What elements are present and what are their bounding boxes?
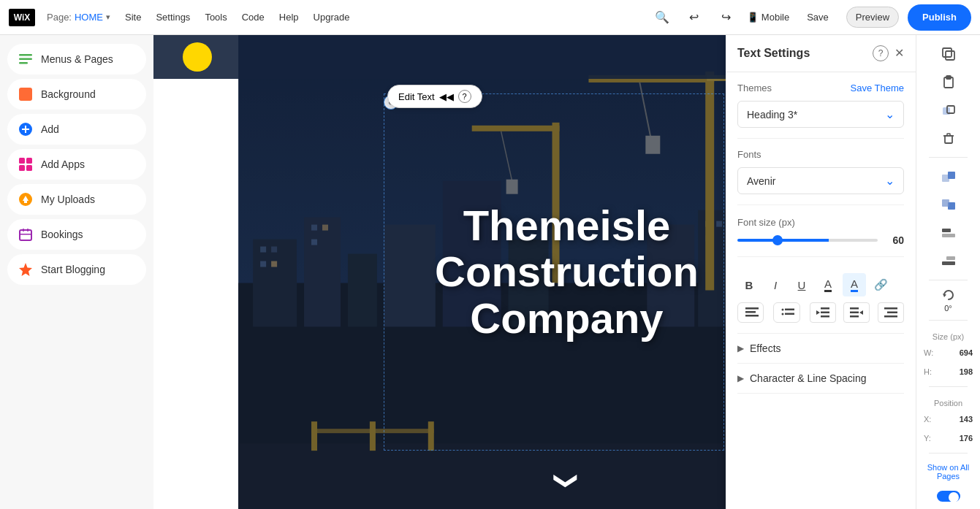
divider-2: [929, 280, 967, 280]
nav-help[interactable]: Help: [279, 12, 299, 23]
delete-button[interactable]: [934, 126, 963, 150]
nav-tools[interactable]: Tools: [205, 12, 227, 23]
svg-rect-68: [850, 307, 859, 310]
font-value: Avenir: [747, 175, 775, 187]
show-all-pages-button[interactable]: Show on All Pages: [916, 460, 980, 483]
save-button[interactable]: Save: [798, 7, 837, 27]
svg-rect-15: [23, 229, 24, 231]
bring-forward-button[interactable]: [934, 165, 963, 188]
sidebar-item-add[interactable]: Add: [7, 114, 146, 145]
underline-button[interactable]: U: [790, 273, 813, 296]
font-size-slider[interactable]: [737, 239, 878, 242]
edit-icon: ◀◀: [439, 91, 454, 102]
sidebar-item-label: Background: [41, 88, 96, 100]
fonts-section: Fonts Avenir ⌄: [737, 139, 904, 205]
text-direction-button[interactable]: [878, 302, 904, 323]
panel-close-button[interactable]: ✕: [894, 47, 904, 59]
divider-4: [929, 386, 967, 387]
y-label: Y:: [924, 434, 931, 443]
search-icon[interactable]: 🔍: [650, 6, 674, 29]
page-name[interactable]: HOME: [75, 12, 103, 23]
blog-icon: [18, 261, 34, 278]
text-highlight-button[interactable]: A: [843, 273, 866, 296]
svg-rect-74: [884, 315, 897, 318]
rotate-icon: [941, 288, 956, 302]
svg-rect-8: [26, 158, 32, 164]
copy-style-button[interactable]: [934, 99, 963, 122]
preview-button[interactable]: Preview: [846, 7, 899, 28]
svg-rect-73: [887, 312, 897, 314]
sidebar-item-label: Add Apps: [41, 158, 85, 170]
svg-rect-6: [22, 129, 29, 130]
indent-more-button[interactable]: [843, 302, 870, 323]
char-spacing-label: Character & Line Spacing: [750, 372, 867, 384]
divider-5: [929, 453, 967, 453]
font-dropdown[interactable]: Avenir ⌄: [737, 167, 904, 194]
redo-icon[interactable]: ↪: [715, 6, 738, 29]
svg-rect-16: [27, 229, 29, 231]
sidebar-item-background[interactable]: Background: [7, 79, 146, 110]
hero-title: Themeisle Construction Company: [382, 202, 752, 342]
panel-body: Themes Save Theme Heading 3* ⌄ Fonts Ave…: [726, 72, 916, 394]
svg-rect-67: [821, 315, 829, 318]
sidebar-item-start-blogging[interactable]: Start Blogging: [7, 254, 146, 285]
height-value: 198: [960, 367, 973, 376]
sidebar-item-bookings[interactable]: Bookings: [7, 219, 146, 250]
svg-rect-2: [19, 62, 28, 64]
svg-rect-91: [942, 261, 955, 265]
page-label: Page:: [47, 12, 72, 23]
italic-button[interactable]: I: [764, 273, 787, 296]
show-all-pages-toggle[interactable]: [937, 491, 960, 502]
list-button[interactable]: [774, 303, 799, 322]
list-type-group: ▾: [773, 302, 799, 323]
panel-help-button[interactable]: ?: [873, 45, 889, 61]
publish-button[interactable]: Publish: [908, 4, 971, 31]
save-theme-button[interactable]: Save Theme: [851, 83, 904, 93]
site-logo: [183, 42, 219, 72]
svg-rect-90: [946, 256, 955, 260]
svg-marker-69: [859, 310, 863, 315]
page-dropdown-arrow[interactable]: ▾: [106, 12, 110, 22]
mobile-label: Mobile: [761, 12, 789, 23]
sidebar-item-add-apps[interactable]: Add Apps: [7, 149, 146, 180]
sidebar-item-label: My Uploads: [41, 194, 95, 205]
heading-dropdown[interactable]: Heading 3* ⌄: [737, 101, 904, 128]
svg-rect-85: [948, 172, 955, 179]
align-left-button[interactable]: [738, 303, 764, 322]
uploads-icon: [18, 191, 34, 207]
nav-site[interactable]: Site: [125, 12, 141, 23]
nav-code[interactable]: Code: [242, 12, 265, 23]
sidebar-item-menus-pages[interactable]: Menus & Pages: [7, 44, 146, 74]
nav-settings[interactable]: Settings: [156, 12, 190, 23]
indent-less-button[interactable]: [810, 302, 836, 323]
edit-text-button[interactable]: Edit Text ◀◀ ?: [387, 85, 482, 108]
divider-3: [929, 320, 967, 321]
send-backward-button[interactable]: [934, 193, 963, 216]
mobile-icon: 📱: [747, 12, 759, 23]
fonts-label: Fonts: [737, 149, 761, 160]
character-spacing-section[interactable]: ▶ Character & Line Spacing: [737, 364, 904, 394]
align-left-mini-button[interactable]: [934, 221, 963, 245]
svg-rect-17: [20, 234, 31, 235]
themes-label: Themes: [737, 83, 772, 93]
add-icon: [18, 121, 34, 137]
svg-rect-58: [745, 311, 756, 313]
position-label: Position: [934, 399, 962, 407]
align-left-group: ▾: [737, 302, 764, 323]
svg-rect-1: [19, 58, 32, 61]
effects-section[interactable]: ▶ Effects: [737, 334, 904, 364]
svg-rect-59: [745, 315, 759, 317]
hero-text-container[interactable]: Themeisle Construction Company: [360, 188, 774, 356]
paste-button[interactable]: [934, 70, 963, 93]
svg-rect-13: [24, 201, 27, 203]
align-right-mini-button[interactable]: [934, 249, 963, 272]
sidebar-item-my-uploads[interactable]: My Uploads: [7, 184, 146, 215]
bold-button[interactable]: B: [737, 273, 761, 296]
copy-button[interactable]: [934, 42, 963, 66]
svg-rect-87: [942, 199, 949, 207]
mobile-toggle[interactable]: 📱 Mobile: [747, 12, 789, 23]
text-color-button[interactable]: A: [816, 273, 840, 296]
nav-upgrade[interactable]: Upgrade: [314, 12, 350, 23]
undo-icon[interactable]: ↩: [683, 6, 706, 29]
link-button[interactable]: 🔗: [869, 273, 892, 296]
